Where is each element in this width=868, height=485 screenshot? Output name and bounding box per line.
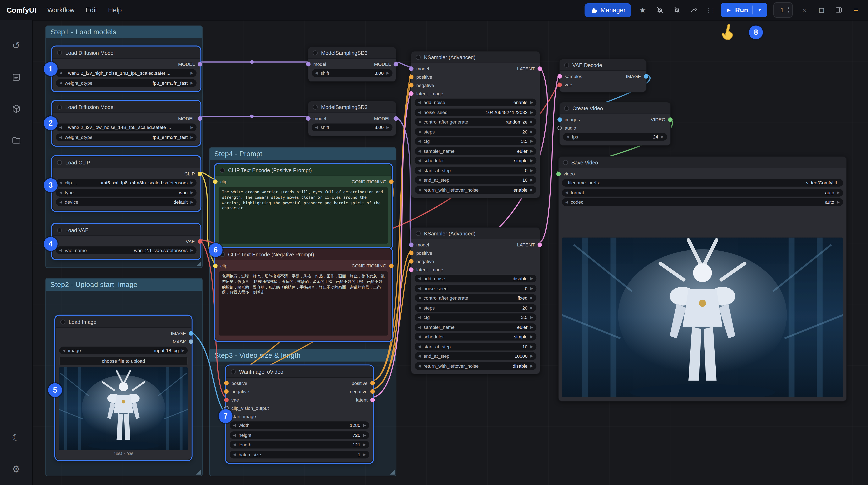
notification-muted-icon[interactable] xyxy=(672,4,682,16)
share-icon[interactable] xyxy=(689,4,700,16)
node-load-diffusion-low[interactable]: Load Diffusion ModelMODEL◀wan2.2_i2v_low… xyxy=(52,101,200,146)
node-status-dot[interactable] xyxy=(416,55,421,60)
input-port-negative[interactable]: negative xyxy=(409,257,434,265)
node-status-dot[interactable] xyxy=(416,231,421,236)
node-ksampler-advanced-low[interactable]: KSampler (Advanced)modelLATENTpositivene… xyxy=(411,227,540,374)
node-wan-image-to-video[interactable]: WanImageToVideopositivepositivenegativen… xyxy=(226,365,373,463)
node-title-bar[interactable]: ModelSamplingSD3 xyxy=(308,101,396,113)
input-port-model[interactable]: model xyxy=(306,60,326,68)
output-port-MODEL[interactable]: MODEL xyxy=(178,114,202,122)
node-status-dot[interactable] xyxy=(313,50,318,55)
input-port-dot[interactable] xyxy=(213,263,218,268)
node-title-bar[interactable]: CLIP Text Encode (Negative Prompt) xyxy=(215,249,392,260)
combo-right-arrow-icon[interactable]: ▶ xyxy=(530,149,533,153)
output-port-dot[interactable] xyxy=(644,74,648,78)
input-port-clip[interactable]: clip xyxy=(213,177,227,185)
wire-reroute-dot[interactable] xyxy=(250,115,254,118)
hamburger-menu-icon[interactable]: ≡ xyxy=(850,4,861,16)
output-port-dot[interactable] xyxy=(537,66,542,70)
combo-left-arrow-icon[interactable]: ◀ xyxy=(418,178,421,182)
output-port-dot[interactable] xyxy=(370,397,375,402)
node-model-sampling-low[interactable]: ModelSamplingSD3modelMODEL◀shift8.00▶ xyxy=(308,101,397,136)
node-status-dot[interactable] xyxy=(564,105,569,111)
combo-right-arrow-icon[interactable]: ▶ xyxy=(190,125,193,129)
output-port-CLIP[interactable]: CLIP xyxy=(184,170,202,178)
combo-right-arrow-icon[interactable]: ▶ xyxy=(530,168,533,172)
combo-right-arrow-icon[interactable]: ▶ xyxy=(530,178,533,182)
combo-right-arrow-icon[interactable]: ▶ xyxy=(190,81,193,85)
output-port-dot[interactable] xyxy=(394,62,398,66)
combo-left-arrow-icon[interactable]: ◀ xyxy=(59,135,62,139)
combo-left-arrow-icon[interactable]: ◀ xyxy=(566,134,569,139)
widget-image[interactable]: ◀imageinput-18.jpg▶ xyxy=(59,347,188,355)
widget-clip ...[interactable]: ◀clip ...umt5_xxl_fp8_e4m3fn_scaled.safe… xyxy=(56,179,196,186)
input-port-clip[interactable]: clip xyxy=(213,262,227,270)
input-port-dot[interactable] xyxy=(409,91,413,95)
widget-start_at_step[interactable]: ◀start_at_step0▶ xyxy=(415,166,536,174)
widget-return_with_leftover_noise[interactable]: ◀return_with_leftover_noiseenable▶ xyxy=(415,186,536,193)
widget-filename_prefix[interactable]: filename_prefixvideo/ComfyUI xyxy=(562,179,843,186)
combo-right-arrow-icon[interactable]: ▶ xyxy=(530,187,533,192)
output-port-IMAGE[interactable]: IMAGE xyxy=(626,72,648,80)
node-status-dot[interactable] xyxy=(564,62,569,67)
widget-shift[interactable]: ◀shift8.00▶ xyxy=(312,69,393,77)
output-port-VAE[interactable]: VAE xyxy=(186,237,202,245)
node-title-bar[interactable]: ModelSamplingSD3 xyxy=(308,47,396,59)
group-header[interactable]: Step3 - Video size & length xyxy=(210,350,396,362)
combo-right-arrow-icon[interactable]: ▶ xyxy=(190,71,193,75)
combo-left-arrow-icon[interactable]: ◀ xyxy=(418,305,421,310)
input-port-dot[interactable] xyxy=(306,116,310,120)
group-header[interactable]: Step4 - Prompt xyxy=(210,148,396,160)
node-title-bar[interactable]: Load Diffusion Model xyxy=(53,101,200,113)
node-title-bar[interactable]: Save Video xyxy=(559,157,846,169)
node-status-dot[interactable] xyxy=(57,160,62,164)
output-port-dot[interactable] xyxy=(197,239,202,243)
app-logo[interactable]: ComfyUI xyxy=(7,6,36,14)
combo-left-arrow-icon[interactable]: ◀ xyxy=(233,452,236,457)
node-title-bar[interactable]: Load Image xyxy=(56,316,191,328)
node-ksampler-advanced-high[interactable]: KSampler (Advanced)modelLATENTpositivene… xyxy=(411,51,540,198)
node-load-vae[interactable]: Load VAEVAE◀vae_namewan_2.1_vae.safetens… xyxy=(52,224,200,259)
widget-length[interactable]: ◀length121▶ xyxy=(230,441,369,449)
input-port-dot[interactable] xyxy=(306,62,310,66)
widget-format[interactable]: ◀formatauto▶ xyxy=(562,188,843,196)
input-port-dot[interactable] xyxy=(213,179,218,184)
input-port-latent_image[interactable]: latent_image xyxy=(409,89,443,97)
combo-right-arrow-icon[interactable]: ▶ xyxy=(530,129,533,134)
widget-weight_dtype[interactable]: ◀weight_dtypefp8_e4m3fn_fast▶ xyxy=(56,133,196,141)
combo-right-arrow-icon[interactable]: ▶ xyxy=(530,286,533,291)
node-title-bar[interactable]: Load Diffusion Model xyxy=(53,47,200,59)
node-title-bar[interactable]: CLIP Text Encode (Positive Prompt) xyxy=(215,164,392,176)
input-port-negative[interactable]: negative xyxy=(224,387,249,395)
node-create-video[interactable]: Create VideoimagesVIDEOaudio◀fps24▶ xyxy=(559,102,671,145)
input-port-dot[interactable] xyxy=(558,125,562,130)
combo-right-arrow-icon[interactable]: ▶ xyxy=(386,71,389,75)
widget-noise_seed[interactable]: ◀noise_seed1042664824122032▶ xyxy=(415,108,536,116)
combo-left-arrow-icon[interactable]: ◀ xyxy=(418,120,421,124)
widget-add_noise[interactable]: ◀add_noisedisable▶ xyxy=(415,275,536,282)
combo-left-arrow-icon[interactable]: ◀ xyxy=(565,200,568,204)
input-port-positive[interactable]: positive xyxy=(409,249,432,257)
input-port-dot[interactable] xyxy=(409,66,413,70)
combo-right-arrow-icon[interactable]: ▶ xyxy=(530,354,533,358)
input-port-positive[interactable]: positive xyxy=(224,379,247,387)
queue-icon[interactable] xyxy=(0,67,32,87)
widget-scheduler[interactable]: ◀schedulersimple▶ xyxy=(415,333,536,340)
input-port-dot[interactable] xyxy=(558,82,562,87)
combo-right-arrow-icon[interactable]: ▶ xyxy=(190,248,193,252)
combo-left-arrow-icon[interactable]: ◀ xyxy=(418,129,421,134)
input-port-dot[interactable] xyxy=(224,381,228,385)
input-port-dot[interactable] xyxy=(224,397,228,402)
combo-left-arrow-icon[interactable]: ◀ xyxy=(59,81,62,85)
widget-end_at_step[interactable]: ◀end_at_step10▶ xyxy=(415,176,536,184)
combo-left-arrow-icon[interactable]: ◀ xyxy=(418,325,421,329)
node-status-dot[interactable] xyxy=(57,104,62,110)
widget-control after generate[interactable]: ◀control after generatefixed▶ xyxy=(415,294,536,302)
output-port-dot[interactable] xyxy=(189,339,193,343)
combo-left-arrow-icon[interactable]: ◀ xyxy=(315,125,318,129)
combo-left-arrow-icon[interactable]: ◀ xyxy=(418,354,421,358)
combo-right-arrow-icon[interactable]: ▶ xyxy=(363,433,366,437)
input-port-model[interactable]: model xyxy=(306,114,326,122)
widget-combo[interactable]: ◀wan2.2_i2v_low_noise_14B_fp8_scaled.saf… xyxy=(56,124,196,131)
combo-right-arrow-icon[interactable]: ▶ xyxy=(837,190,840,194)
